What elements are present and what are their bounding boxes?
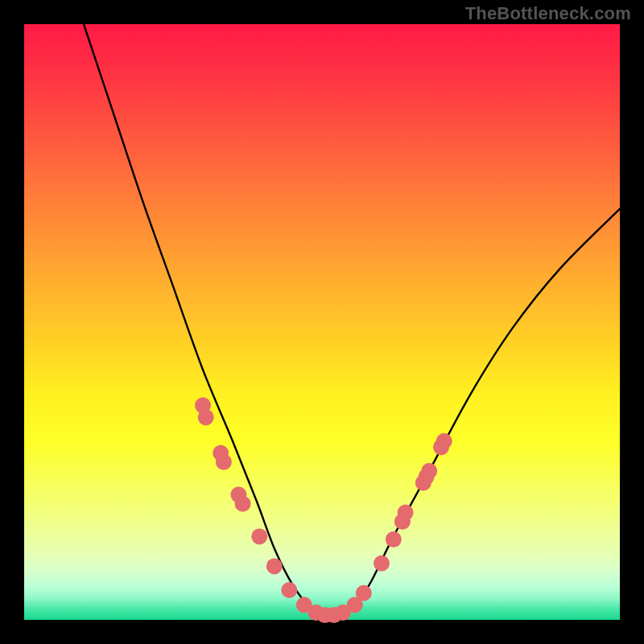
chart-svg	[24, 24, 620, 620]
curve-marker	[356, 585, 372, 601]
curve-marker	[198, 409, 214, 425]
attribution-text: TheBottleneck.com	[465, 3, 631, 24]
curve-markers	[195, 398, 452, 623]
plot-area	[24, 24, 620, 620]
curve-marker	[386, 531, 402, 547]
curve-marker	[251, 528, 267, 544]
curve-marker	[235, 496, 251, 512]
bottleneck-curve	[84, 24, 620, 618]
chart-frame: TheBottleneck.com	[0, 0, 644, 644]
curve-marker	[281, 582, 297, 598]
curve-marker	[398, 505, 414, 521]
curve-marker	[216, 454, 232, 470]
curve-marker	[421, 463, 437, 479]
curve-marker	[436, 433, 452, 449]
curve-marker	[266, 558, 283, 574]
curve-marker	[374, 555, 390, 572]
